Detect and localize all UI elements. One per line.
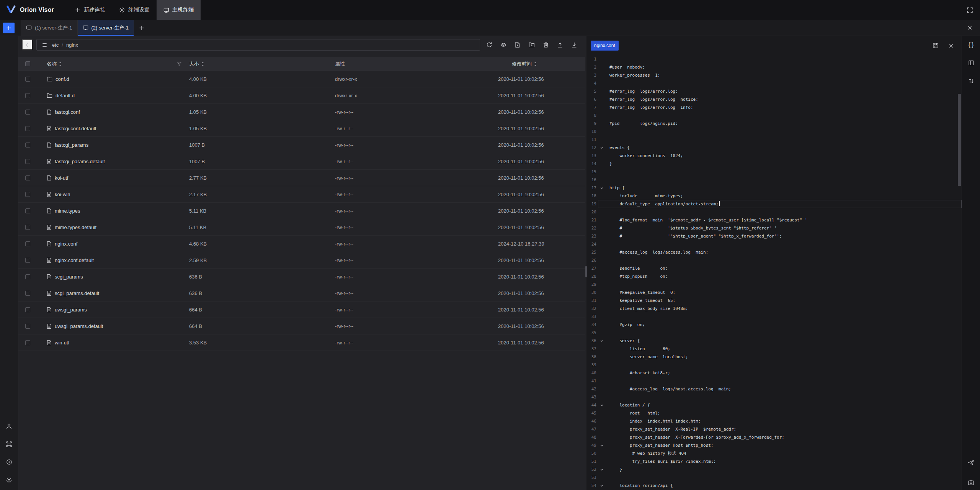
file-name[interactable]: fastcgi_params.default [55,159,105,164]
file-row[interactable]: mime.types.default5.11 KB-rw-r--r--2020-… [18,219,585,236]
close-editor-icon[interactable] [946,41,956,51]
file-row[interactable]: scgi_params636 B-rw-r--r--2020-11-01 10:… [18,269,585,285]
column-header-name[interactable]: 名称 [37,57,189,71]
file-name[interactable]: mime.types.default [55,225,96,230]
add-tab-icon[interactable] [136,23,147,33]
sort-carets-icon[interactable] [534,61,537,67]
sort-carets-icon[interactable] [201,61,204,67]
file-row[interactable]: fastcgi.conf1.05 KB-rw-r--r--2020-11-01 … [18,104,585,120]
file-name[interactable]: nginx.conf [55,241,77,247]
filter-funnel-icon[interactable] [177,61,182,66]
row-checkbox[interactable] [25,175,30,180]
file-row[interactable]: default.d4.00 KBdrwxr-xr-x2020-11-01 10:… [18,87,585,104]
file-row[interactable]: fastcgi_params.default1007 B-rw-r--r--20… [18,153,585,170]
new-folder-icon[interactable] [526,39,537,50]
file-row[interactable]: fastcgi.conf.default1.05 KB-rw-r--r--202… [18,120,585,137]
row-checkbox[interactable] [25,126,30,131]
sort-carets-icon[interactable] [59,61,62,67]
file-row[interactable]: mime.types5.11 KB-rw-r--r--2020-11-01 10… [18,203,585,219]
row-checkbox[interactable] [25,208,30,213]
file-name[interactable]: uwsgi_params.default [55,323,103,329]
file-name[interactable]: fastcgi.conf.default [55,126,96,131]
path-crumb[interactable]: nginx [66,42,78,48]
new-file-icon[interactable] [512,39,523,50]
editor-file-tab[interactable]: nginx.conf [591,41,619,51]
terminal-tab[interactable]: (1) server-生产-1 [21,20,78,36]
file-row[interactable]: conf.d4.00 KBdrwxr-xr-x2020-11-01 10:02:… [18,71,585,87]
row-checkbox[interactable] [25,110,30,115]
user-icon[interactable] [3,420,15,432]
save-icon[interactable] [931,41,941,51]
file-name[interactable]: nginx.conf.default [55,257,94,263]
fold-chevron-icon[interactable] [598,482,606,490]
row-checkbox[interactable] [25,159,30,164]
layout-icon[interactable] [965,57,977,69]
row-checkbox[interactable] [25,291,30,296]
column-header-attr[interactable]: 属性 [335,57,498,71]
file-name[interactable]: mime.types [55,208,80,214]
column-header-mtime[interactable]: 修改时间 [498,57,585,71]
transfer-icon[interactable] [965,75,977,87]
trash-icon[interactable] [541,39,551,50]
row-checkbox[interactable] [25,274,30,279]
fold-chevron-icon[interactable] [598,441,606,449]
select-all-checkbox[interactable] [25,61,30,66]
fold-chevron-icon[interactable] [598,401,606,409]
file-row[interactable]: uwsgi_params.default664 B-rw-r--r--2020-… [18,318,585,334]
row-checkbox[interactable] [25,192,30,197]
close-panel-icon[interactable] [965,23,975,33]
file-row[interactable]: win-utf3.53 KB-rw-r--r--2020-11-01 10:02… [18,334,585,351]
row-checkbox[interactable] [25,241,30,246]
fullscreen-icon[interactable] [965,5,975,15]
terminal-tab[interactable]: (2) server-生产-1 [78,20,134,36]
row-checkbox[interactable] [25,93,30,98]
row-checkbox[interactable] [25,307,30,312]
file-row[interactable]: scgi_params.default636 B-rw-r--r--2020-1… [18,285,585,302]
row-checkbox[interactable] [25,77,30,82]
row-checkbox[interactable] [25,143,30,147]
file-row[interactable]: nginx.conf.default2.59 KB-rw-r--r--2020-… [18,252,585,269]
theme-icon[interactable] [3,456,15,468]
menu-item-host-terminal[interactable]: 主机终端 [157,0,201,20]
file-row[interactable]: koi-win2.17 KB-rw-r--r--2020-11-01 10:02… [18,186,585,203]
file-name[interactable]: koi-utf [55,175,68,181]
file-row[interactable]: uwsgi_params664 B-rw-r--r--2020-11-01 10… [18,302,585,318]
file-name[interactable]: default.d [56,93,75,98]
row-checkbox[interactable] [25,225,30,230]
row-checkbox[interactable] [25,324,30,329]
file-name[interactable]: uwsgi_params [55,307,87,313]
back-icon[interactable] [22,39,33,50]
path-bar[interactable]: etc/nginx [36,39,480,51]
upload-icon[interactable] [555,39,565,50]
list-view-icon[interactable] [41,41,48,49]
file-row[interactable]: nginx.conf4.68 KB-rw-r--r--2024-12-10 16… [18,236,585,252]
row-checkbox[interactable] [25,340,30,345]
braces-icon[interactable]: {} [965,39,977,51]
menu-item-new-connection[interactable]: 新建连接 [68,0,112,20]
file-name[interactable]: scgi_params.default [55,290,99,296]
settings-gear-icon[interactable] [3,474,15,486]
send-icon[interactable] [965,457,977,468]
fold-chevron-icon[interactable] [598,465,606,474]
command-icon[interactable] [3,438,15,450]
row-checkbox[interactable] [25,258,30,263]
refresh-icon[interactable] [484,39,495,50]
file-row[interactable]: fastcgi_params1007 B-rw-r--r--2020-11-01… [18,137,585,153]
fold-chevron-icon[interactable] [598,337,606,345]
code-editor[interactable]: 12#user nobody;3worker_processes 1;45#er… [586,55,962,490]
screenshot-icon[interactable] [965,477,977,488]
menu-item-terminal-settings[interactable]: 终端设置 [112,0,157,20]
file-row[interactable]: koi-utf2.77 KB-rw-r--r--2020-11-01 10:02… [18,170,585,186]
file-name[interactable]: koi-win [55,192,70,197]
fold-chevron-icon[interactable] [598,144,606,152]
column-header-size[interactable]: 大小 [189,57,335,71]
new-terminal-button[interactable] [3,23,15,33]
file-name[interactable]: win-utf [55,340,69,346]
fold-chevron-icon[interactable] [598,184,606,192]
file-name[interactable]: fastcgi_params [55,142,88,148]
download-icon[interactable] [569,39,580,50]
file-name[interactable]: fastcgi.conf [55,109,80,115]
eye-icon[interactable] [498,39,509,50]
editor-scrollbar-thumb[interactable] [958,94,961,186]
file-name[interactable]: scgi_params [55,274,83,280]
